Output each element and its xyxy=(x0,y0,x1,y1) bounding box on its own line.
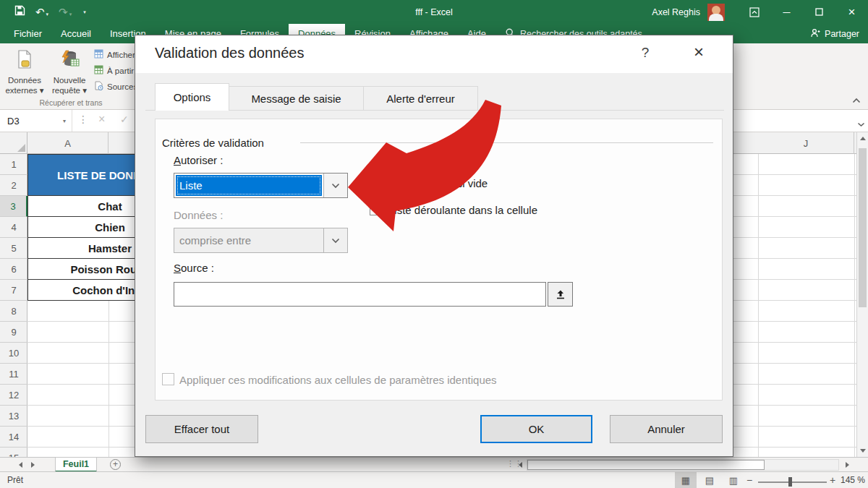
allow-dropdown[interactable]: Liste xyxy=(174,173,348,198)
row-header-1[interactable]: 1 xyxy=(0,154,27,175)
cancel-button[interactable]: Annuler xyxy=(610,415,723,443)
row-header-8[interactable]: 8 xyxy=(0,301,27,322)
big-button-label: Données xyxy=(8,76,41,86)
data-dropdown[interactable]: comprise entre xyxy=(174,228,348,253)
clear-all-button[interactable]: Effacer tout xyxy=(145,415,258,443)
maximize-button[interactable] xyxy=(803,0,835,24)
from-table-button[interactable]: À partir d xyxy=(94,65,141,76)
source-input[interactable] xyxy=(174,282,546,307)
scroll-left-icon[interactable] xyxy=(515,459,525,471)
in-cell-dropdown-checkbox[interactable] xyxy=(370,203,382,215)
in-cell-dropdown-label[interactable]: Liste déroulante dans la cellule xyxy=(388,204,537,216)
new-query-icon xyxy=(59,49,80,72)
avatar[interactable] xyxy=(707,4,725,21)
row-header-12[interactable]: 12 xyxy=(0,385,27,406)
apply-all-checkbox[interactable] xyxy=(162,373,174,385)
row-header-3[interactable]: 3 xyxy=(0,196,27,217)
ribbon-tab-accueil[interactable]: Accueil xyxy=(51,24,101,43)
new-sheet-icon[interactable]: + xyxy=(110,459,121,470)
row-header-7[interactable]: 7 xyxy=(0,280,27,301)
source-file-icon xyxy=(94,81,103,92)
section-label: Critères de validation xyxy=(162,137,264,149)
apply-all-label[interactable]: Appliquer ces modifications aux cellules… xyxy=(179,374,497,386)
zoom-out-icon[interactable]: − xyxy=(746,474,752,486)
close-button[interactable]: × xyxy=(835,0,868,24)
dialog-tab-alerte-d'erreur[interactable]: Alerte d'erreur xyxy=(364,86,478,111)
external-data-icon xyxy=(15,49,34,72)
big-button-label: Nouvelle xyxy=(54,76,86,86)
column-header-j[interactable]: J xyxy=(758,132,854,154)
sheet-tab-bar: Feuil1 + ⋮⋮ xyxy=(0,457,868,471)
undo-button[interactable]: ↶▾ xyxy=(35,6,48,19)
page-break-view-icon[interactable]: ▥ xyxy=(723,472,744,488)
scroll-up-icon[interactable] xyxy=(860,137,866,140)
confirm-entry-icon[interactable]: ✓ xyxy=(120,114,129,125)
collapse-ribbon-icon[interactable] xyxy=(852,93,861,106)
scroll-down-icon[interactable] xyxy=(860,449,866,453)
column-header-a[interactable]: A xyxy=(27,132,109,154)
ok-button[interactable]: OK xyxy=(480,415,592,443)
customize-qat-icon[interactable]: ▾ xyxy=(83,9,86,15)
prev-sheet-icon[interactable] xyxy=(19,462,22,468)
dialog-tab-message-de-saisie[interactable]: Message de saisie xyxy=(229,86,364,111)
share-button[interactable]: Partager xyxy=(810,24,859,43)
row-header-9[interactable]: 9 xyxy=(0,322,27,343)
select-all-corner[interactable] xyxy=(0,132,27,154)
ribbon-display-options-icon[interactable] xyxy=(738,0,770,24)
row-header-11[interactable]: 11 xyxy=(0,364,27,385)
horizontal-scrollbar[interactable] xyxy=(527,459,839,471)
name-box[interactable]: D3 ▾ xyxy=(0,110,72,132)
sheet-tab-feuil1[interactable]: Feuil1 xyxy=(55,458,97,472)
excel-window: ↶▾ ↷▾ ▾ fff - Excel Axel Reghis ─ × Fich… xyxy=(0,0,868,488)
big-button-label: requête xyxy=(52,86,80,95)
row-header-10[interactable]: 10 xyxy=(0,343,27,364)
scroll-right-icon[interactable] xyxy=(842,459,852,471)
minimize-button[interactable]: ─ xyxy=(770,0,803,24)
save-icon[interactable] xyxy=(14,5,25,19)
allow-label: Autoriser : xyxy=(174,154,223,166)
dialog-tab-options[interactable]: Options xyxy=(155,83,229,111)
redo-button[interactable]: ↷▾ xyxy=(59,6,72,19)
row-header-2[interactable]: 2 xyxy=(0,175,27,196)
row-header-6[interactable]: 6 xyxy=(0,259,27,280)
allow-dropdown-value: Liste xyxy=(176,175,322,196)
dialog-help-icon[interactable]: ? xyxy=(636,45,655,61)
row-headers: 123456789101112131415 xyxy=(0,154,27,457)
section-divider xyxy=(300,142,713,143)
expand-formula-bar-icon[interactable] xyxy=(857,117,865,130)
row-header-13[interactable]: 13 xyxy=(0,406,27,427)
collapse-dialog-icon[interactable] xyxy=(548,282,573,307)
horizontal-scroll-thumb[interactable] xyxy=(527,460,765,470)
recent-sources-button[interactable]: Sources xyxy=(94,81,137,92)
chevron-down-icon[interactable] xyxy=(323,174,347,197)
user-name[interactable]: Axel Reghis xyxy=(652,7,700,17)
title-bar: ↶▾ ↷▾ ▾ fff - Excel Axel Reghis ─ × xyxy=(0,0,868,24)
vertical-scroll-thumb[interactable] xyxy=(859,148,867,307)
external-data-button[interactable]: Données externes ▾ xyxy=(4,46,45,101)
zoom-slider-thumb[interactable] xyxy=(788,477,792,487)
dialog-close-icon[interactable]: × xyxy=(686,42,711,62)
name-box-caret-icon[interactable]: ▾ xyxy=(63,118,66,124)
row-header-15[interactable]: 15 xyxy=(0,448,27,457)
formula-bar-handle[interactable]: ⋮ xyxy=(78,114,88,125)
ignore-blank-label[interactable]: Ignorer si vide xyxy=(420,177,488,189)
dialog-tabs: OptionsMessage de saisieAlerte d'erreur xyxy=(155,86,478,111)
next-sheet-icon[interactable] xyxy=(31,462,35,468)
vertical-scrollbar[interactable] xyxy=(856,132,868,457)
ignore-blank-checkbox[interactable] xyxy=(370,176,382,189)
share-label: Partager xyxy=(825,29,859,39)
new-query-button[interactable]: Nouvelle requête ▾ xyxy=(49,46,90,101)
ribbon-tab-fichier[interactable]: Fichier xyxy=(4,24,51,43)
row-header-5[interactable]: 5 xyxy=(0,238,27,259)
row-header-4[interactable]: 4 xyxy=(0,217,27,238)
show-queries-button[interactable]: Afficher xyxy=(94,49,135,60)
chevron-down-icon[interactable] xyxy=(323,228,347,252)
ribbon-group-label: Récupérer et trans xyxy=(7,98,135,107)
row-header-14[interactable]: 14 xyxy=(0,427,27,448)
zoom-level[interactable]: 145 % xyxy=(841,475,865,485)
normal-view-icon[interactable]: ▦ xyxy=(675,472,697,488)
cancel-entry-icon[interactable]: × xyxy=(98,113,105,126)
page-layout-view-icon[interactable]: ▤ xyxy=(699,472,720,488)
zoom-slider[interactable] xyxy=(758,481,827,483)
zoom-in-icon[interactable]: + xyxy=(830,474,835,486)
